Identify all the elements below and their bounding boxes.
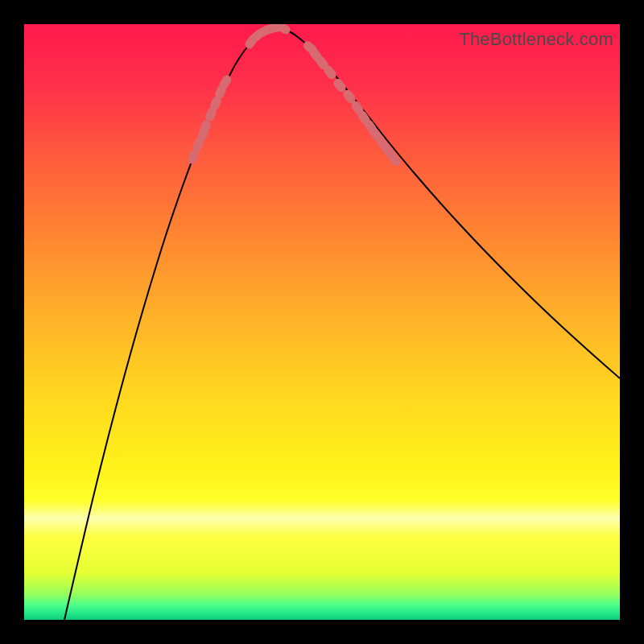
highlight-dots-layer (24, 24, 620, 620)
watermark-text: TheBottleneck.com (459, 29, 613, 50)
chart-frame: TheBottleneck.com (24, 24, 620, 620)
